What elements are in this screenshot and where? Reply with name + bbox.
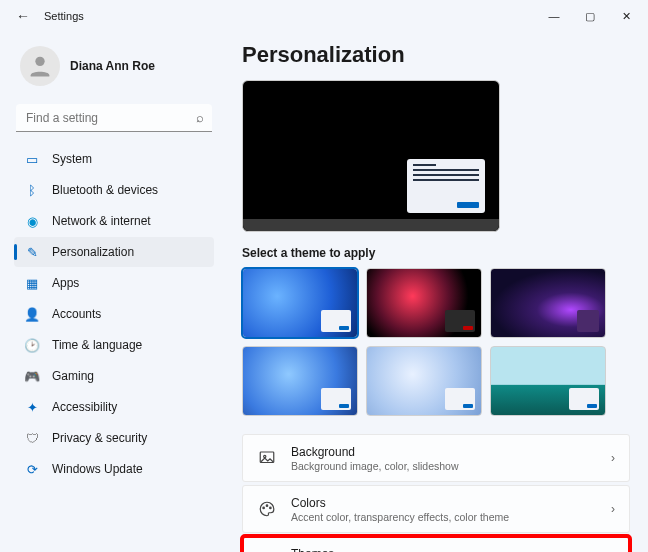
accessibility-icon: ✦	[24, 399, 40, 415]
search-icon: ⌕	[196, 110, 204, 125]
nav-label: Bluetooth & devices	[52, 183, 158, 197]
nav-label: Network & internet	[52, 214, 151, 228]
search-input[interactable]	[16, 104, 212, 132]
bluetooth-icon: ᛒ	[24, 182, 40, 198]
theme-option-5[interactable]	[366, 346, 482, 416]
maximize-button[interactable]: ▢	[572, 2, 608, 30]
nav-label: Windows Update	[52, 462, 143, 476]
system-icon: ▭	[24, 151, 40, 167]
nav-update[interactable]: ⟳ Windows Update	[14, 454, 214, 484]
nav-bluetooth[interactable]: ᛒ Bluetooth & devices	[14, 175, 214, 205]
nav-time[interactable]: 🕑 Time & language	[14, 330, 214, 360]
nav-label: Accessibility	[52, 400, 117, 414]
theme-section-label: Select a theme to apply	[242, 246, 630, 260]
desktop-preview	[242, 80, 500, 232]
image-icon	[257, 448, 277, 468]
nav-accessibility[interactable]: ✦ Accessibility	[14, 392, 214, 422]
option-themes[interactable]: Themes Install, create, manage ›	[242, 536, 630, 552]
svg-point-3	[263, 507, 265, 509]
theme-option-3[interactable]	[490, 268, 606, 338]
clock-icon: 🕑	[24, 337, 40, 353]
option-background[interactable]: Background Background image, color, slid…	[242, 434, 630, 482]
option-title: Colors	[291, 496, 597, 510]
minimize-button[interactable]: —	[536, 2, 572, 30]
accounts-icon: 👤	[24, 306, 40, 322]
nav-network[interactable]: ◉ Network & internet	[14, 206, 214, 236]
nav-label: Apps	[52, 276, 79, 290]
option-colors[interactable]: Colors Accent color, transparency effect…	[242, 485, 630, 533]
option-subtitle: Accent color, transparency effects, colo…	[291, 511, 597, 523]
theme-option-4[interactable]	[242, 346, 358, 416]
close-button[interactable]: ✕	[608, 2, 644, 30]
nav-label: Accounts	[52, 307, 101, 321]
nav-gaming[interactable]: 🎮 Gaming	[14, 361, 214, 391]
theme-grid	[242, 268, 630, 416]
nav-label: System	[52, 152, 92, 166]
nav-apps[interactable]: ▦ Apps	[14, 268, 214, 298]
palette-icon	[257, 499, 277, 519]
nav-label: Personalization	[52, 245, 134, 259]
gaming-icon: 🎮	[24, 368, 40, 384]
theme-option-6[interactable]	[490, 346, 606, 416]
nav-accounts[interactable]: 👤 Accounts	[14, 299, 214, 329]
option-subtitle: Background image, color, slideshow	[291, 460, 597, 472]
svg-point-4	[266, 505, 268, 507]
svg-point-0	[35, 57, 44, 66]
back-button[interactable]: ←	[14, 8, 32, 24]
user-name: Diana Ann Roe	[70, 59, 155, 73]
app-title: Settings	[44, 10, 84, 22]
svg-point-5	[270, 507, 272, 509]
wifi-icon: ◉	[24, 213, 40, 229]
theme-option-1[interactable]	[242, 268, 358, 338]
page-title: Personalization	[242, 42, 630, 68]
option-title: Themes	[291, 547, 597, 553]
profile-block[interactable]: Diana Ann Roe	[14, 36, 214, 100]
brush-icon: ✎	[24, 244, 40, 260]
avatar	[20, 46, 60, 86]
apps-icon: ▦	[24, 275, 40, 291]
nav-label: Time & language	[52, 338, 142, 352]
chevron-right-icon: ›	[611, 502, 615, 516]
sidebar: Diana Ann Roe ⌕ ▭ System ᛒ Bluetooth & d…	[14, 36, 224, 552]
nav-system[interactable]: ▭ System	[14, 144, 214, 174]
chevron-right-icon: ›	[611, 451, 615, 465]
search-box[interactable]: ⌕	[16, 104, 212, 132]
nav-label: Gaming	[52, 369, 94, 383]
nav-label: Privacy & security	[52, 431, 147, 445]
theme-option-2[interactable]	[366, 268, 482, 338]
main-panel: Personalization Select a theme to apply	[224, 36, 630, 552]
nav-personalization[interactable]: ✎ Personalization	[14, 237, 214, 267]
option-title: Background	[291, 445, 597, 459]
update-icon: ⟳	[24, 461, 40, 477]
nav-privacy[interactable]: 🛡 Privacy & security	[14, 423, 214, 453]
shield-icon: 🛡	[24, 430, 40, 446]
